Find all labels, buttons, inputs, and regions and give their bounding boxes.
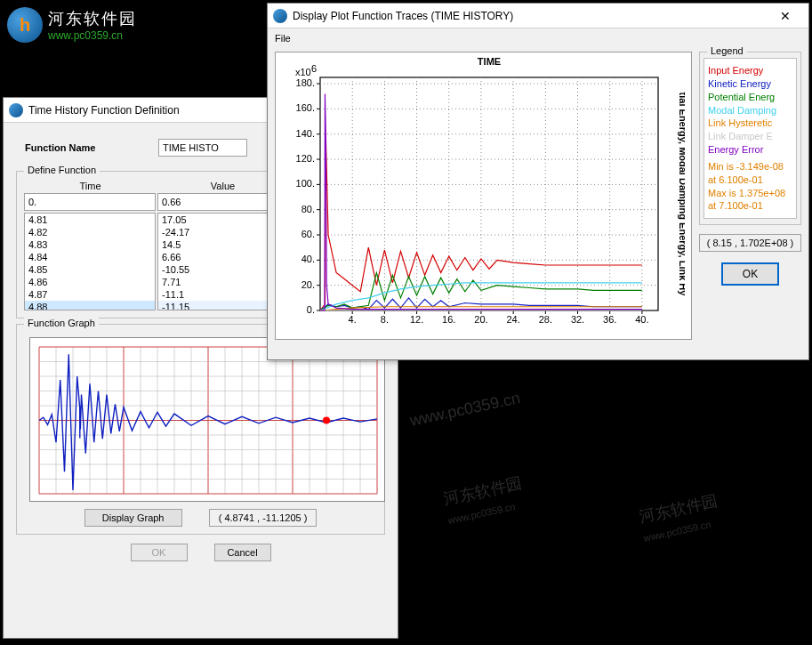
- col-time-header: Time: [24, 179, 157, 193]
- svg-text:120.: 120.: [296, 153, 315, 164]
- svg-text:160.: 160.: [296, 102, 315, 113]
- svg-text:140.: 140.: [296, 128, 315, 139]
- svg-text:8.: 8.: [381, 314, 389, 325]
- close-icon[interactable]: ✕: [768, 6, 803, 26]
- desktop-logo: h 河东软件园 www.pc0359.cn: [7, 7, 137, 43]
- graph-coords-readout: ( 4.8741 , -11.1205 ): [209, 509, 318, 527]
- svg-text:x10: x10: [295, 67, 311, 77]
- svg-text:28.: 28.: [539, 314, 552, 325]
- list-item[interactable]: 4.83: [25, 238, 155, 251]
- legend-group: Legend Input EnergyKinetic EnergyPotenti…: [699, 52, 801, 225]
- legend-max-line1: Max is 1.375e+08: [708, 187, 792, 200]
- svg-text:40.: 40.: [301, 254, 315, 264]
- legend-entry: Kinetic Energy: [708, 77, 792, 91]
- legend-entry: Link Hysteretic: [708, 117, 792, 130]
- app-icon: [9, 103, 23, 117]
- define-function-legend: Define Function: [24, 165, 100, 175]
- legend-title: Legend: [707, 45, 747, 56]
- function-name-input[interactable]: [158, 139, 247, 157]
- svg-text:20.: 20.: [474, 314, 487, 325]
- svg-text:24.: 24.: [506, 314, 519, 325]
- legend-entry: Energy Error: [708, 143, 792, 157]
- list-item[interactable]: 4.88: [25, 301, 155, 310]
- svg-text:16.: 16.: [442, 314, 455, 325]
- list-item[interactable]: 4.81: [25, 214, 155, 226]
- app-icon: [273, 9, 287, 23]
- ok-button[interactable]: OK: [721, 262, 779, 286]
- svg-text:36.: 36.: [603, 314, 616, 325]
- logo-orb-icon: h: [7, 7, 43, 43]
- svg-rect-33: [320, 77, 658, 310]
- logo-url-text: www.pc0359.cn: [48, 29, 137, 42]
- list-item[interactable]: 4.87: [25, 288, 155, 301]
- function-graph-canvas[interactable]: [29, 337, 385, 502]
- legend-max-line2: at 7.100e-01: [708, 199, 792, 213]
- titlebar[interactable]: Display Plot Function Traces (TIME HISTO…: [268, 4, 808, 28]
- svg-text:32.: 32.: [571, 314, 584, 325]
- legend-entry: Input Energy: [708, 64, 792, 77]
- watermark: www.pc0359.cn: [408, 389, 522, 431]
- svg-text:20.: 20.: [301, 279, 315, 290]
- display-plot-traces-dialog: Display Plot Function Traces (TIME HISTO…: [267, 3, 809, 360]
- svg-text:tial Energy, Modal Damping Ene: tial Energy, Modal Damping Energy, Link …: [678, 93, 685, 297]
- list-item[interactable]: 4.84: [25, 251, 155, 263]
- svg-text:40.: 40.: [635, 314, 648, 325]
- svg-text:0.: 0.: [307, 304, 315, 315]
- window-title: Display Plot Function Traces (TIME HISTO…: [293, 10, 768, 22]
- legend-entry: Link Damper E: [708, 130, 792, 143]
- watermark: 河东软件园www.pc0359.cn: [637, 490, 723, 546]
- svg-text:100.: 100.: [296, 178, 315, 189]
- legend-entry: Potential Energ: [708, 91, 792, 104]
- time-listbox[interactable]: 4.81 4.82 4.83 4.84 4.85 4.86 4.87 4.88: [24, 213, 156, 310]
- svg-point-32: [323, 417, 330, 424]
- mouse-coords-readout: ( 8.15 , 1.702E+08 ): [699, 234, 801, 252]
- display-graph-button[interactable]: Display Graph: [84, 509, 182, 527]
- list-item[interactable]: 4.86: [25, 276, 155, 288]
- svg-text:TIME: TIME: [478, 56, 501, 67]
- svg-text:4.: 4.: [349, 314, 357, 325]
- legend-list: Input EnergyKinetic EnergyPotential Ener…: [703, 58, 797, 219]
- ok-button[interactable]: OK: [131, 544, 188, 561]
- plot-canvas[interactable]: 4.8.12.16.20.24.28.32.36.40.0.20.40.60.8…: [275, 52, 692, 340]
- time-input[interactable]: [24, 193, 156, 211]
- menu-file[interactable]: File: [275, 33, 291, 44]
- watermark: 河东软件园www.pc0359.cn: [441, 472, 527, 528]
- logo-cn-text: 河东软件园: [48, 8, 137, 29]
- svg-text:80.: 80.: [301, 204, 315, 214]
- svg-text:180.: 180.: [296, 77, 315, 88]
- legend-entry: Modal Damping: [708, 104, 792, 117]
- legend-min-line1: Min is -3.149e-08: [708, 160, 792, 173]
- list-item[interactable]: 4.85: [25, 263, 155, 276]
- function-graph-legend: Function Graph: [24, 318, 99, 328]
- svg-text:12.: 12.: [410, 314, 423, 325]
- function-name-label: Function Name: [25, 142, 158, 153]
- svg-text:6: 6: [311, 63, 317, 74]
- list-item[interactable]: 4.82: [25, 226, 155, 238]
- legend-min-line2: at 6.100e-01: [708, 173, 792, 187]
- cancel-button[interactable]: Cancel: [214, 544, 271, 561]
- svg-text:60.: 60.: [301, 229, 315, 239]
